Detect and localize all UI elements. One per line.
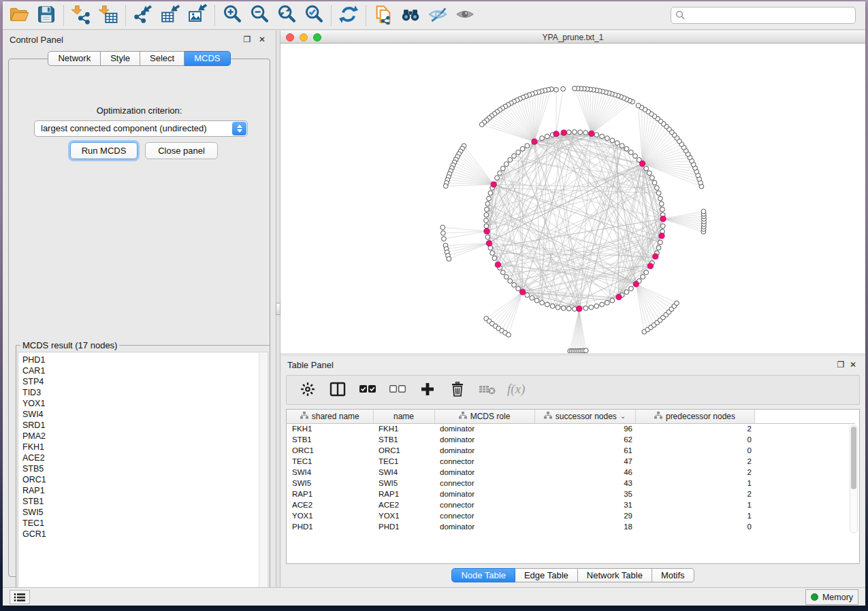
- cell-predecessor-nodes: 1: [635, 478, 754, 489]
- sort-chevron-icon[interactable]: ⌄: [620, 412, 626, 420]
- import-network-button[interactable]: [67, 3, 95, 28]
- float-table-panel-icon[interactable]: ❐: [837, 361, 845, 369]
- run-mcds-button[interactable]: Run MCDS: [70, 142, 138, 159]
- tab-network-table[interactable]: Network Table: [578, 568, 652, 582]
- table-row[interactable]: STB1STB1dominator620: [287, 434, 855, 445]
- mcds-result-node[interactable]: ORC1: [22, 474, 268, 485]
- table-row[interactable]: TEC1TEC1connector472: [287, 456, 855, 467]
- network-view-title: YPA_prune.txt_1: [280, 33, 865, 42]
- list-icon: [14, 593, 26, 602]
- layout-list-button[interactable]: [10, 590, 30, 604]
- mcds-result-node[interactable]: RAP1: [22, 485, 268, 496]
- hide-selected-button[interactable]: [424, 3, 451, 28]
- svg-text:f(x): f(x): [507, 382, 525, 397]
- mcds-result-node[interactable]: STP4: [22, 376, 268, 387]
- mcds-result-node[interactable]: CAR1: [22, 365, 268, 376]
- mcds-result-node[interactable]: SWI5: [22, 507, 268, 518]
- table-row[interactable]: ACE2ACE2connector311: [287, 499, 855, 510]
- show-all-button[interactable]: [451, 3, 479, 28]
- column-header-mcds-role[interactable]: MCDS role: [434, 410, 534, 423]
- open-folder-icon: [9, 4, 29, 27]
- select-all-checkboxes-button[interactable]: [357, 379, 378, 401]
- cell-name: ORC1: [373, 445, 434, 456]
- close-panel-icon[interactable]: ✕: [258, 35, 266, 44]
- memory-button[interactable]: Memory: [805, 589, 858, 605]
- tab-style[interactable]: Style: [101, 51, 140, 66]
- column-header-name[interactable]: name: [373, 410, 434, 423]
- mcds-result-node[interactable]: SWI4: [22, 409, 268, 420]
- mcds-result-node[interactable]: ACE2: [22, 452, 268, 463]
- optimization-criterion-dropdown[interactable]: largest connected component (undirected): [34, 120, 248, 137]
- export-image-button[interactable]: [184, 3, 211, 28]
- table-row[interactable]: ORC1ORC1dominator610: [287, 445, 855, 456]
- tab-motifs[interactable]: Motifs: [652, 568, 694, 582]
- tab-mcds[interactable]: MCDS: [184, 51, 230, 66]
- zoom-fit-button[interactable]: [273, 3, 300, 28]
- search-input[interactable]: [671, 7, 856, 24]
- zoom-in-button[interactable]: [219, 3, 246, 28]
- mcds-result-list[interactable]: PHD1CAR1STP4TID3YOX1SWI4SRD1PMA2FKH1ACE2…: [18, 352, 268, 595]
- add-column-button[interactable]: [417, 379, 438, 401]
- open-folder-button[interactable]: [5, 3, 33, 28]
- share-document-button[interactable]: [370, 3, 397, 28]
- mcds-result-node[interactable]: STB5: [22, 463, 268, 474]
- cell-mcds-role: dominator: [434, 434, 534, 445]
- cell-predecessor-nodes: 1: [635, 510, 754, 521]
- mcds-result-node[interactable]: PHD1: [22, 354, 268, 365]
- hide-selected-icon: [428, 4, 448, 27]
- refresh-button[interactable]: [335, 3, 362, 28]
- network-canvas[interactable]: [280, 44, 865, 382]
- delete-selected-button[interactable]: [447, 379, 468, 401]
- column-header-shared-name[interactable]: shared name: [287, 410, 373, 423]
- save-button[interactable]: [33, 3, 60, 28]
- search-network-button[interactable]: [397, 3, 424, 28]
- mcds-result-node[interactable]: TID3: [22, 387, 268, 398]
- mcds-result-node[interactable]: STB1: [22, 496, 268, 507]
- table-toolbar: f(x): [286, 375, 860, 405]
- table-row[interactable]: FKH1FKH1dominator962: [287, 423, 855, 434]
- deselect-all-checkboxes-button[interactable]: [387, 379, 408, 401]
- memory-label: Memory: [822, 593, 853, 602]
- mcds-result-node[interactable]: GCR1: [22, 529, 268, 540]
- table-scrollbar[interactable]: [850, 425, 858, 533]
- mcds-result-node[interactable]: YOX1: [22, 398, 268, 409]
- table-row[interactable]: PHD1PHD1dominator180: [287, 521, 855, 532]
- network-view-titlebar[interactable]: YPA_prune.txt_1: [280, 31, 865, 44]
- toolbar-separator: [366, 5, 366, 26]
- mcds-list-scrollbar[interactable]: [259, 353, 267, 594]
- table-row[interactable]: SWI4SWI4dominator462: [287, 467, 855, 478]
- tab-select[interactable]: Select: [140, 51, 184, 66]
- export-network-button[interactable]: [129, 3, 157, 28]
- zoom-selected-button[interactable]: [300, 3, 327, 28]
- close-table-panel-icon[interactable]: ✕: [849, 361, 857, 369]
- mcds-result-node[interactable]: SRD1: [22, 420, 268, 431]
- table-settings-gear-button[interactable]: [298, 379, 318, 401]
- deselect-all-checkboxes-icon: [389, 384, 406, 397]
- mcds-result-node[interactable]: TEC1: [22, 518, 268, 529]
- import-table-button[interactable]: [95, 3, 122, 28]
- save-icon: [36, 4, 57, 27]
- column-header-predecessor-nodes[interactable]: predecessor nodes: [635, 410, 754, 423]
- export-table-button[interactable]: [157, 3, 184, 28]
- table-scrollbar-thumb[interactable]: [851, 427, 856, 489]
- table-row[interactable]: RAP1RAP1dominator352: [287, 489, 855, 499]
- close-panel-button[interactable]: Close panel: [145, 142, 218, 159]
- mcds-result-node[interactable]: PMA2: [22, 431, 268, 442]
- column-header-successor-nodes[interactable]: successor nodes⌄: [534, 410, 635, 423]
- dropdown-selected-value: largest connected component (undirected): [41, 123, 207, 133]
- splitter-grip[interactable]: [276, 303, 280, 315]
- column-layout-button[interactable]: [327, 379, 348, 401]
- vertical-splitter[interactable]: [276, 31, 280, 587]
- cell-shared-name: SWI4: [287, 467, 373, 478]
- cell-filler: [754, 521, 855, 532]
- table-row[interactable]: SWI5SWI5connector431: [287, 478, 855, 489]
- tab-network[interactable]: Network: [48, 51, 101, 66]
- network-graph[interactable]: [280, 44, 865, 382]
- mcds-result-node[interactable]: FKH1: [22, 442, 268, 452]
- float-panel-icon[interactable]: ❐: [243, 35, 251, 44]
- tab-edge-table[interactable]: Edge Table: [515, 568, 578, 582]
- tab-node-table[interactable]: Node Table: [451, 568, 515, 582]
- table-row[interactable]: YOX1YOX1connector291: [287, 510, 855, 521]
- cell-shared-name: TEC1: [287, 456, 373, 467]
- zoom-out-button[interactable]: [246, 3, 273, 28]
